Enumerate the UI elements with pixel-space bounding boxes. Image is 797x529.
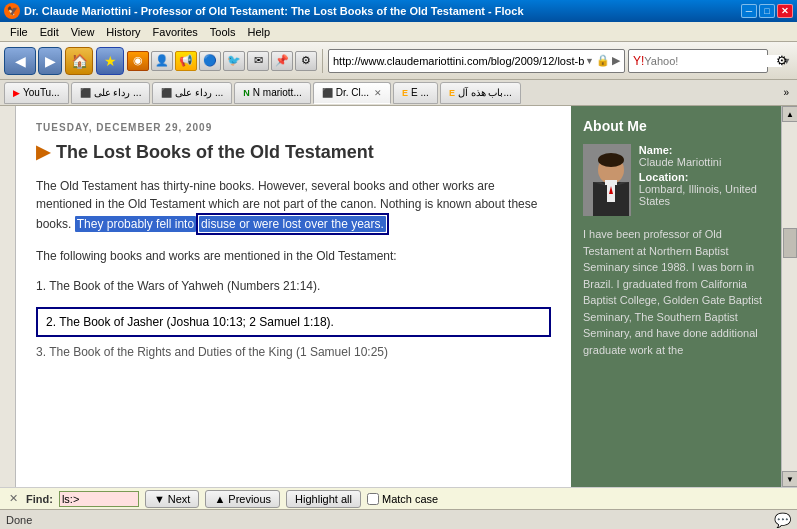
title-arrow-icon: ▶ bbox=[36, 141, 50, 163]
blog-main: TUESDAY, DECEMBER 29, 2009 ▶ The Lost Bo… bbox=[16, 106, 571, 487]
profile-name-label: Name: bbox=[639, 144, 769, 156]
scroll-up-button[interactable]: ▲ bbox=[782, 106, 797, 122]
blog-paragraph-2: The following books and works are mentio… bbox=[36, 247, 551, 265]
profile-photo bbox=[583, 144, 631, 216]
tab-label-4: Dr. Cl... bbox=[336, 87, 369, 98]
tab-e1[interactable]: E E ... bbox=[393, 82, 438, 104]
menu-favorites[interactable]: Favorites bbox=[147, 24, 204, 40]
next-button[interactable]: ▼ Next bbox=[145, 490, 200, 508]
tab-arabic2[interactable]: ⬛ رداء على ... bbox=[152, 82, 232, 104]
blog-list-item-2-box: 2. The Book of Jasher (Joshua 10:13; 2 S… bbox=[36, 307, 551, 337]
tab-label-2: رداء على ... bbox=[175, 87, 223, 98]
menu-help[interactable]: Help bbox=[242, 24, 277, 40]
social-button-6[interactable]: 📌 bbox=[271, 51, 293, 71]
scroll-thumb[interactable] bbox=[783, 228, 797, 258]
menu-history[interactable]: History bbox=[100, 24, 146, 40]
bookmarks-bar: ▶ YouTu... ⬛ رداء على ... ⬛ رداء على ...… bbox=[0, 80, 797, 106]
home-button[interactable]: 🏠 bbox=[65, 47, 93, 75]
window-controls: ─ □ ✕ bbox=[741, 4, 793, 18]
find-close-button[interactable]: ✕ bbox=[6, 492, 20, 506]
tab-drcl[interactable]: ⬛ Dr. Cl... ✕ bbox=[313, 82, 391, 104]
search-box[interactable]: Y! ▼ bbox=[628, 49, 768, 73]
status-text: Done bbox=[6, 514, 32, 526]
tab-e2[interactable]: E باب هذه آل... bbox=[440, 82, 521, 104]
previous-button[interactable]: ▲ Previous bbox=[205, 490, 280, 508]
find-label: Find: bbox=[26, 493, 53, 505]
tab-mariott[interactable]: N N mariott... bbox=[234, 82, 310, 104]
content-area: TUESDAY, DECEMBER 29, 2009 ▶ The Lost Bo… bbox=[0, 106, 797, 487]
settings-button[interactable]: ⚙ bbox=[771, 50, 793, 72]
social-button-1[interactable]: 👤 bbox=[151, 51, 173, 71]
forward-button[interactable]: ▶ bbox=[38, 47, 62, 75]
blog-list-item-1: 1. The Book of the Wars of Yahweh (Numbe… bbox=[36, 277, 551, 295]
match-case-area: Match case bbox=[367, 493, 438, 505]
tab-favicon-4: ⬛ bbox=[322, 88, 333, 98]
main-toolbar: ◀ ▶ 🏠 ★ ◉ 👤 📢 🔵 🐦 ✉ 📌 ⚙ ▼ 🔒 ▶ Y! ▼ ⚙ bbox=[0, 42, 797, 80]
speech-button[interactable]: 💬 bbox=[774, 512, 791, 528]
social-button-7[interactable]: ⚙ bbox=[295, 51, 317, 71]
tabs-overflow-button[interactable]: » bbox=[779, 85, 793, 100]
search-input[interactable] bbox=[644, 55, 782, 67]
next-arrow-icon: ▼ bbox=[154, 493, 165, 505]
svg-point-7 bbox=[598, 153, 624, 167]
youtube-favicon: ▶ bbox=[13, 88, 20, 98]
blog-paragraph-1: The Old Testament has thirty-nine books.… bbox=[36, 177, 551, 235]
left-scrollbar bbox=[0, 106, 16, 487]
blog-date: TUESDAY, DECEMBER 29, 2009 bbox=[36, 122, 551, 133]
scroll-down-button[interactable]: ▼ bbox=[782, 471, 797, 487]
rss-button[interactable]: ◉ bbox=[127, 51, 149, 71]
security-icon: 🔒 bbox=[596, 54, 610, 67]
next-label: Next bbox=[168, 493, 191, 505]
close-button[interactable]: ✕ bbox=[777, 4, 793, 18]
blog-title: ▶ The Lost Books of the Old Testament bbox=[36, 141, 551, 163]
menu-file[interactable]: File bbox=[4, 24, 34, 40]
yahoo-icon: Y! bbox=[633, 54, 644, 68]
address-dropdown-icon[interactable]: ▼ bbox=[585, 56, 594, 66]
tab-close-icon[interactable]: ✕ bbox=[374, 88, 382, 98]
highlight-all-button[interactable]: Highlight all bbox=[286, 490, 361, 508]
tab-label-6: باب هذه آل... bbox=[458, 87, 512, 98]
statusbar-right: 💬 bbox=[774, 512, 791, 528]
bookmark-button[interactable]: ★ bbox=[96, 47, 124, 75]
match-case-checkbox[interactable] bbox=[367, 493, 379, 505]
social-button-3[interactable]: 🔵 bbox=[199, 51, 221, 71]
app-icon: 🦅 bbox=[4, 3, 20, 19]
tab-favicon-2: ⬛ bbox=[161, 88, 172, 98]
blog-list-item-3: 3. The Book of the Rights and Duties of … bbox=[36, 343, 551, 361]
highlighted-text: They probably fell into bbox=[75, 216, 196, 232]
toolbar-separator bbox=[322, 49, 323, 73]
profile-location-value: Lombard, Illinois, United States bbox=[639, 183, 769, 207]
profile-location-label: Location: bbox=[639, 171, 769, 183]
social-button-2[interactable]: 📢 bbox=[175, 51, 197, 71]
profile-info: Name: Claude Mariottini Location: Lombar… bbox=[639, 144, 769, 216]
maximize-button[interactable]: □ bbox=[759, 4, 775, 18]
profile-area: Name: Claude Mariottini Location: Lombar… bbox=[583, 144, 769, 216]
back-button[interactable]: ◀ bbox=[4, 47, 36, 75]
prev-arrow-icon: ▲ bbox=[214, 493, 225, 505]
address-bar[interactable]: ▼ 🔒 ▶ bbox=[328, 49, 625, 73]
tab-favicon-3: N bbox=[243, 88, 250, 98]
social-button-5[interactable]: ✉ bbox=[247, 51, 269, 71]
window-title: Dr. Claude Mariottini - Professor of Old… bbox=[24, 5, 524, 17]
statusbar: Done 💬 bbox=[0, 509, 797, 529]
menu-view[interactable]: View bbox=[65, 24, 101, 40]
menu-edit[interactable]: Edit bbox=[34, 24, 65, 40]
tab-youtube[interactable]: ▶ YouTu... bbox=[4, 82, 69, 104]
address-input[interactable] bbox=[333, 55, 585, 67]
blog-title-text: The Lost Books of the Old Testament bbox=[56, 142, 374, 163]
find-input[interactable] bbox=[59, 491, 139, 507]
tab-label-3: N mariott... bbox=[253, 87, 302, 98]
tab-favicon-6: E bbox=[449, 88, 455, 98]
right-scrollbar[interactable]: ▲ ▼ bbox=[781, 106, 797, 487]
tab-favicon-1: ⬛ bbox=[80, 88, 91, 98]
highlight-label: Highlight all bbox=[295, 493, 352, 505]
tab-label-5: E ... bbox=[411, 87, 429, 98]
tab-arabic1[interactable]: ⬛ رداء على ... bbox=[71, 82, 151, 104]
profile-name-value: Claude Mariottini bbox=[639, 156, 769, 168]
menu-tools[interactable]: Tools bbox=[204, 24, 242, 40]
tab-label: YouTu... bbox=[23, 87, 60, 98]
social-button-4[interactable]: 🐦 bbox=[223, 51, 245, 71]
minimize-button[interactable]: ─ bbox=[741, 4, 757, 18]
findbar: ✕ Find: ▼ Next ▲ Previous Highlight all … bbox=[0, 487, 797, 509]
go-forward-icon[interactable]: ▶ bbox=[612, 54, 620, 67]
